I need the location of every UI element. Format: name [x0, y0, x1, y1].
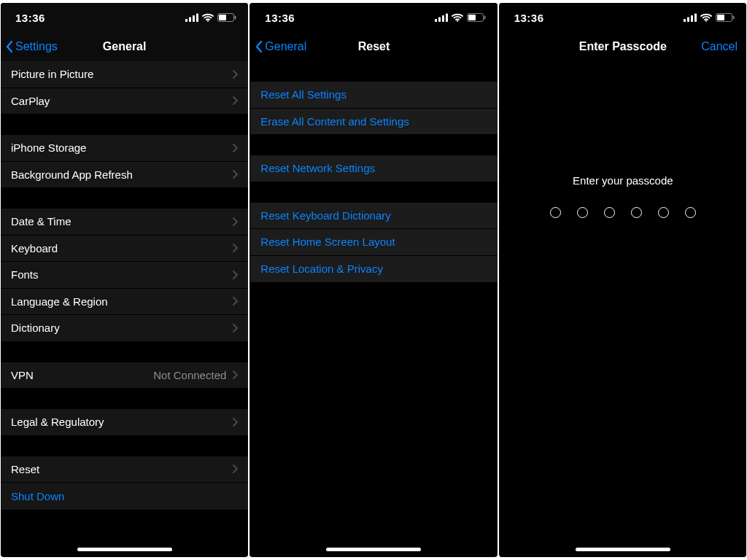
- passcode-dot: [577, 207, 588, 218]
- passcode-dot: [685, 207, 696, 218]
- svg-rect-3: [196, 14, 198, 23]
- section-gap: [1, 342, 248, 362]
- row-label: iPhone Storage: [11, 141, 232, 154]
- section-gap: [250, 182, 497, 203]
- nav-title: Reset: [358, 40, 390, 53]
- chevron-right-icon: [232, 324, 238, 332]
- row-reset-network-settings[interactable]: Reset Network Settings: [250, 155, 497, 182]
- svg-rect-8: [435, 19, 437, 22]
- section-gap: [250, 61, 497, 82]
- reset-options-list: Reset All Settings Erase All Content and…: [250, 61, 497, 557]
- svg-rect-1: [189, 18, 191, 23]
- chevron-left-icon: [255, 40, 263, 53]
- screen-reset: 13:36 General Reset: [249, 3, 497, 557]
- svg-rect-17: [687, 18, 689, 23]
- row-label: Dictionary: [11, 322, 232, 334]
- wifi-icon: [452, 13, 463, 22]
- row-reset-home-screen-layout[interactable]: Reset Home Screen Layout: [250, 229, 497, 256]
- row-label: Reset Keyboard Dictionary: [260, 209, 487, 222]
- chevron-right-icon: [232, 144, 238, 152]
- back-button[interactable]: Settings: [5, 32, 58, 61]
- chevron-right-icon: [232, 96, 238, 105]
- row-date-time[interactable]: Date & Time: [1, 209, 248, 236]
- row-label: Date & Time: [11, 215, 232, 228]
- status-bar: 13:36: [500, 3, 746, 32]
- chevron-right-icon: [232, 464, 238, 473]
- wifi-icon: [700, 13, 712, 22]
- svg-rect-19: [694, 14, 697, 23]
- status-indicators: [435, 13, 486, 22]
- home-indicator[interactable]: [77, 548, 172, 551]
- svg-rect-6: [219, 15, 226, 20]
- row-label: Reset All Settings: [260, 88, 487, 101]
- cancel-label: Cancel: [701, 40, 738, 53]
- row-label: Picture in Picture: [11, 68, 232, 80]
- row-label: Language & Region: [11, 295, 232, 308]
- back-label: Settings: [15, 40, 58, 53]
- row-reset-all-settings[interactable]: Reset All Settings: [250, 82, 497, 109]
- home-indicator[interactable]: [576, 548, 670, 551]
- row-value: Not Connected: [153, 369, 226, 381]
- row-label: VPN: [11, 369, 153, 381]
- row-label: CarPlay: [11, 95, 232, 107]
- row-language-region[interactable]: Language & Region: [1, 289, 248, 316]
- svg-rect-7: [235, 16, 236, 20]
- status-indicators: [684, 13, 735, 22]
- row-fonts[interactable]: Fonts: [1, 262, 248, 289]
- chevron-right-icon: [232, 217, 238, 226]
- passcode-dot: [604, 207, 615, 218]
- row-picture-in-picture[interactable]: Picture in Picture: [1, 61, 248, 88]
- svg-rect-0: [185, 19, 187, 22]
- chevron-left-icon: [5, 40, 14, 53]
- row-label: Legal & Regulatory: [11, 416, 232, 428]
- nav-bar: Enter Passcode Cancel: [500, 32, 746, 61]
- row-shut-down[interactable]: Shut Down: [1, 483, 248, 510]
- home-indicator[interactable]: [326, 548, 421, 551]
- section-gap: [250, 135, 497, 155]
- svg-point-4: [207, 20, 209, 22]
- row-erase-all-content[interactable]: Erase All Content and Settings: [250, 109, 497, 136]
- passcode-dot: [631, 207, 642, 218]
- nav-bar: Settings General: [1, 32, 248, 61]
- battery-icon: [716, 13, 735, 22]
- wifi-icon: [202, 13, 214, 22]
- status-indicators: [185, 13, 236, 22]
- row-dictionary[interactable]: Dictionary: [1, 315, 248, 342]
- battery-icon: [217, 13, 236, 22]
- svg-rect-9: [438, 18, 441, 23]
- svg-rect-16: [684, 19, 686, 22]
- row-label: Reset: [11, 463, 232, 475]
- svg-rect-15: [484, 16, 485, 20]
- settings-list: Picture in Picture CarPlay iPhone Storag…: [1, 61, 248, 557]
- nav-bar: General Reset: [250, 32, 497, 61]
- chevron-right-icon: [232, 244, 238, 252]
- svg-rect-10: [442, 15, 444, 22]
- chevron-right-icon: [232, 271, 238, 279]
- row-iphone-storage[interactable]: iPhone Storage: [1, 135, 248, 162]
- battery-icon: [467, 13, 486, 22]
- row-background-app-refresh[interactable]: Background App Refresh: [1, 162, 248, 189]
- status-time: 13:36: [15, 12, 45, 24]
- passcode-area: Enter your passcode: [500, 61, 746, 557]
- row-legal-regulatory[interactable]: Legal & Regulatory: [1, 409, 248, 436]
- chevron-right-icon: [232, 418, 238, 427]
- row-label: Reset Network Settings: [260, 162, 487, 174]
- row-reset-keyboard-dictionary[interactable]: Reset Keyboard Dictionary: [250, 203, 497, 230]
- svg-rect-23: [732, 16, 734, 20]
- passcode-dot: [658, 207, 669, 218]
- row-reset-location-privacy[interactable]: Reset Location & Privacy: [250, 256, 497, 283]
- chevron-right-icon: [232, 370, 238, 379]
- chevron-right-icon: [232, 70, 238, 79]
- section-gap: [1, 436, 248, 456]
- row-vpn[interactable]: VPN Not Connected: [1, 362, 248, 389]
- row-carplay[interactable]: CarPlay: [1, 88, 248, 115]
- cancel-button[interactable]: Cancel: [701, 32, 738, 61]
- passcode-dot: [550, 207, 561, 218]
- section-gap: [1, 114, 248, 135]
- row-keyboard[interactable]: Keyboard: [1, 236, 248, 262]
- nav-title: Enter Passcode: [579, 40, 667, 53]
- back-button[interactable]: General: [255, 32, 306, 61]
- row-label: Background App Refresh: [11, 168, 232, 181]
- cellular-icon: [185, 13, 198, 22]
- row-reset[interactable]: Reset: [1, 456, 248, 483]
